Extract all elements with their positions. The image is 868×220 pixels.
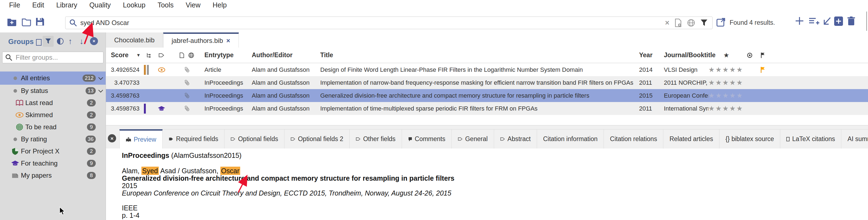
clear-groups-icon[interactable]: × [90,37,98,45]
menu-tools[interactable]: Tools [158,1,174,9]
chevron-down-icon[interactable] [98,75,103,80]
group-item-for-project-x[interactable]: For Project X 2 [0,145,106,157]
column-header-score[interactable]: Score ▼ [106,52,144,59]
web-search-globe-icon[interactable] [687,19,695,27]
groups-panel-header: Groups ↑ ↓ × [0,36,106,48]
teaching-cap-icon [154,105,169,112]
filter-groups-input[interactable] [15,53,103,62]
editor-tab-optional-fields[interactable]: Optional fields [224,129,284,149]
chevron-down-icon[interactable] [98,88,103,92]
save-library-icon[interactable] [35,17,44,26]
group-item-for-teaching[interactable]: For teaching 9 [0,157,106,169]
group-count-badge: 9 [87,160,96,167]
group-item-all-entries[interactable]: All entries 212 [0,71,106,85]
filter-search-icon [5,54,12,61]
filter-groups-field[interactable] [2,52,103,63]
import-arrow-icon[interactable] [823,17,832,26]
group-count-badge: 9 [87,123,96,131]
attached-file-paperclip-icon[interactable] [169,92,205,99]
search-icon [69,19,77,27]
entry-editor-tab-strip: × Preview Required fields Optional field… [106,125,868,149]
editor-tab-optional-fields-2[interactable]: Optional fields 2 [284,129,350,149]
column-header-priority-flag-icon[interactable] [755,52,770,58]
editor-tab-citation-information[interactable]: Citation information [537,129,604,149]
entry-row-4[interactable]: 3.4598763 InProceedings Alam and Gustafs… [106,102,868,115]
tag-icon [290,137,296,141]
column-header-author[interactable]: Author/Editor [252,52,320,59]
menu-view[interactable]: View [186,1,200,9]
menu-library[interactable]: Library [56,1,77,9]
attached-file-paperclip-icon[interactable] [169,105,205,112]
column-header-journal[interactable]: Journal/Booktitle [664,52,708,59]
paper-icon [11,172,19,179]
groups-filter-icon[interactable] [43,36,54,47]
menu-file[interactable]: File [9,1,20,9]
menu-lookup[interactable]: Lookup [123,1,146,9]
rating-stars[interactable]: ★★★★★ [708,66,744,74]
entry-row-1[interactable]: 3.4926524 Article Alam and Gustafsson De… [106,63,868,76]
rating-stars[interactable]: ★★★★★ [708,92,744,99]
column-header-read-status-icon[interactable] [744,53,755,58]
editor-tab-other-fields[interactable]: Other fields [350,129,402,149]
entry-row-3-selected[interactable]: 3.4598763 InProceedings Alam and Gustafs… [106,89,868,102]
filter-funnel-icon[interactable] [700,19,708,27]
editor-tab-comments[interactable]: Comments [402,129,452,149]
search-highlight: Oscar [220,167,241,175]
library-tab-chocolate[interactable]: Chocolate.bib [106,32,163,48]
new-entry-plus-icon[interactable] [795,16,804,26]
latex-box-icon [786,137,789,142]
intersection-toggle-icon[interactable] [36,39,41,45]
rating-stars[interactable]: ★★★★★ [708,104,744,113]
open-search-in-new-window-icon[interactable] [716,18,725,27]
editor-tab-biblatex-source[interactable]: {} biblatex source [719,129,780,149]
delete-entry-trash-icon[interactable] [847,16,856,26]
close-tab-icon[interactable]: × [226,37,230,44]
menu-quality[interactable]: Quality [89,1,111,9]
move-up-icon[interactable]: ↑ [68,37,72,46]
editor-tab-latex-citations[interactable]: LaTeX citations [780,129,841,149]
menu-help[interactable]: Help [213,1,227,9]
rating-stars[interactable]: ★★★★★ [708,78,744,87]
column-header-rating-star-icon[interactable]: ★ [708,52,744,59]
editor-tab-ai-summary[interactable]: AI summary [841,129,868,149]
group-item-last-read[interactable]: Last read 2 [0,97,106,109]
group-item-to-be-read[interactable]: To be read 9 [0,121,106,133]
open-library-icon[interactable] [22,17,32,26]
column-header-year[interactable]: Year [639,52,664,59]
editor-tab-preview[interactable]: Preview [119,129,163,149]
attached-file-paperclip-icon[interactable] [169,79,205,86]
attached-file-paperclip-icon[interactable] [169,66,205,73]
column-header-file-and-url-icons[interactable] [169,52,205,58]
group-item-by-status[interactable]: By status 13 [0,85,106,97]
entry-row-2[interactable]: 3.470733 InProceedings Alam and Gustafss… [106,76,868,89]
add-entry-from-list-icon[interactable] [808,17,819,26]
invert-selection-icon[interactable] [57,38,64,44]
priority-flag-icon[interactable] [755,67,770,73]
editor-tab-related-articles[interactable]: Related articles [663,129,719,149]
editor-tab-required-fields[interactable]: Required fields [163,129,224,149]
group-color-bars [144,65,154,75]
column-header-tag-icon[interactable] [154,53,169,58]
editor-tab-citation-relations[interactable]: Citation relations [604,129,663,149]
bullseye-icon [16,123,24,131]
library-tab-jabref-authors[interactable]: jabref-authors.bib × [163,32,239,48]
reset-filter-document-icon[interactable] [674,19,682,27]
shield-icon [11,148,19,155]
group-item-my-papers[interactable]: My papers 8 [0,169,106,182]
editor-tab-general[interactable]: General [452,129,494,149]
column-header-group-tree-icon[interactable] [144,53,154,58]
open-book-icon [16,99,24,106]
new-entry-button-icon[interactable] [834,16,843,26]
global-search-field[interactable]: × [65,17,713,29]
column-header-entrytype[interactable]: Entrytype [205,52,252,59]
clear-search-icon[interactable]: × [665,19,670,27]
search-input[interactable] [80,19,665,27]
new-library-icon[interactable] [7,17,17,26]
move-down-icon[interactable]: ↓ [80,37,84,46]
editor-tab-abstract[interactable]: Abstract [494,129,537,149]
menu-edit[interactable]: Edit [32,1,44,9]
group-item-by-rating[interactable]: By rating 36 [0,133,106,145]
column-header-title[interactable]: Title [320,52,639,59]
close-entry-editor-icon[interactable]: × [108,134,116,143]
group-item-skimmed[interactable]: Skimmed 2 [0,109,106,121]
